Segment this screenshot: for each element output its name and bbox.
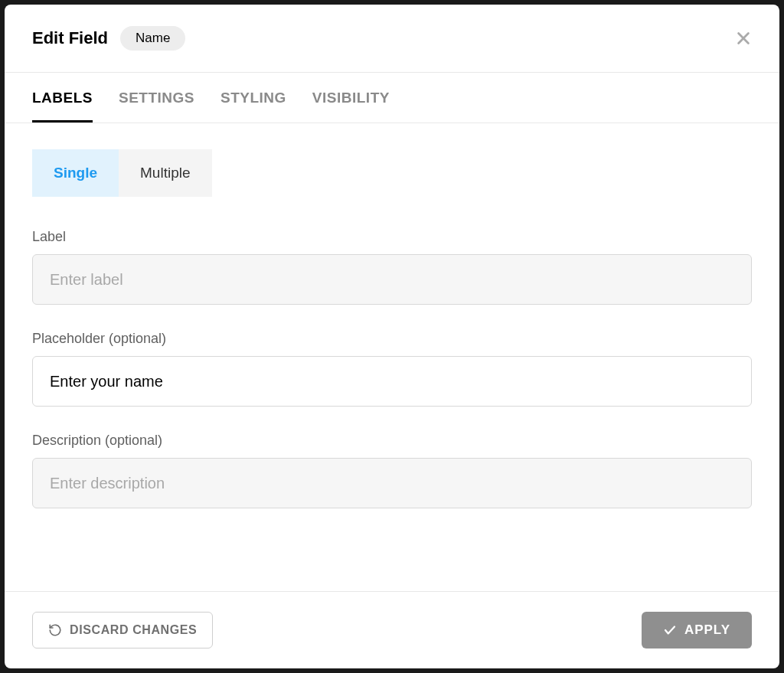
description-field-group: Description (optional) — [32, 433, 752, 508]
label-mode-toggle: Single Multiple — [32, 149, 212, 197]
edit-field-modal: Edit Field Name LABELS SETTINGS STYLING … — [5, 5, 779, 668]
tab-labels[interactable]: LABELS — [32, 73, 93, 123]
toggle-multiple[interactable]: Multiple — [119, 149, 211, 197]
tab-visibility[interactable]: VISIBILITY — [312, 73, 390, 123]
apply-label: APPLY — [684, 622, 730, 638]
tab-styling[interactable]: STYLING — [220, 73, 286, 123]
undo-icon — [48, 623, 62, 637]
apply-button[interactable]: APPLY — [642, 612, 752, 648]
label-field-label: Label — [32, 229, 752, 245]
description-field-label: Description (optional) — [32, 433, 752, 449]
label-field-group: Label — [32, 229, 752, 305]
tab-settings[interactable]: SETTINGS — [119, 73, 194, 123]
tab-bar: LABELS SETTINGS STYLING VISIBILITY — [5, 73, 779, 123]
field-name-chip: Name — [120, 26, 185, 51]
label-input[interactable] — [32, 254, 752, 305]
check-icon — [663, 623, 677, 637]
modal-footer: DISCARD CHANGES APPLY — [5, 591, 779, 668]
discard-changes-button[interactable]: DISCARD CHANGES — [32, 612, 213, 648]
modal-header: Edit Field Name — [5, 5, 779, 73]
toggle-single[interactable]: Single — [32, 149, 119, 197]
discard-label: DISCARD CHANGES — [70, 623, 197, 637]
close-icon — [735, 30, 752, 47]
close-button[interactable] — [735, 30, 752, 47]
placeholder-field-group: Placeholder (optional) — [32, 331, 752, 407]
modal-title: Edit Field — [32, 28, 108, 48]
description-input[interactable] — [32, 458, 752, 508]
placeholder-field-label: Placeholder (optional) — [32, 331, 752, 347]
modal-content: Single Multiple Label Placeholder (optio… — [5, 123, 779, 591]
placeholder-input[interactable] — [32, 356, 752, 407]
